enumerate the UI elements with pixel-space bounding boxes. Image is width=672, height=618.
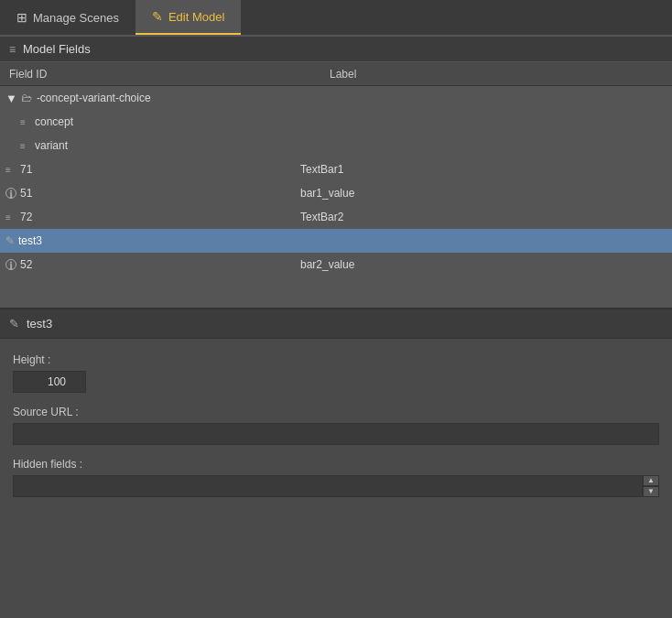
height-label: Height : [13,353,659,366]
height-field-group: Height : [13,353,659,393]
row-field-id: -concept-variant-choice [37,92,320,104]
source-url-input[interactable] [13,423,659,445]
table-row[interactable]: ▼ 🗁 -concept-variant-choice [0,86,672,110]
height-input[interactable] [13,371,86,393]
tab-bar: ⊞ Manage Scenes ✎ Edit Model [0,0,672,37]
hidden-fields-field-group: Hidden fields : ▲ ▼ [13,458,659,497]
tab-manage-scenes[interactable]: ⊞ Manage Scenes [0,0,135,35]
row-field-id: concept [31,115,315,128]
spinner-down-button[interactable]: ▼ [643,486,659,497]
source-url-label: Source URL : [13,406,659,418]
spinner-up-button[interactable]: ▲ [643,475,659,486]
row-label: TextBar1 [300,163,667,176]
list-icon: ≡ [20,141,31,151]
list-icon: ≡ [5,165,16,175]
table-row[interactable]: ✎ test3 [0,229,672,253]
info-icon: ℹ [5,188,16,199]
edit-model-icon: ✎ [152,9,163,24]
row-field-id: 71 [16,163,300,176]
row-field-id: 51 [16,187,300,200]
detail-header: ✎ test3 [0,309,672,339]
row-field-id: variant [31,139,315,152]
folder-icon: 🗁 [21,92,32,104]
info-icon: ℹ [5,259,16,270]
edit-icon: ✎ [5,234,15,247]
row-field-id: 72 [16,211,300,223]
hidden-fields-spinner[interactable]: ▲ ▼ [643,475,659,497]
source-url-field-group: Source URL : [13,406,659,445]
detail-body: Height : Source URL : Hidden fields : ▲ … [0,339,672,512]
tab-edit-model-label: Edit Model [168,10,224,24]
detail-edit-icon: ✎ [9,317,19,331]
triangle-icon: ▼ [5,92,17,105]
table-header: Field ID Label [0,62,672,86]
column-header-label: Label [320,68,672,81]
list-icon: ≡ [20,117,31,127]
column-header-field-id: Field ID [0,68,320,81]
hamburger-icon: ≡ [9,43,16,56]
table-body[interactable]: ▼ 🗁 -concept-variant-choice ≡ concept ≡ … [0,86,672,284]
table-row[interactable]: ℹ 51 bar1_value [0,181,672,205]
row-field-id: 52 [16,258,300,271]
list-icon: ≡ [5,212,16,222]
manage-scenes-icon: ⊞ [16,10,27,25]
row-field-id: test3 [15,234,298,247]
row-label: bar2_value [300,258,667,271]
table-row[interactable]: ≡ 71 TextBar1 [0,157,672,181]
tab-edit-model[interactable]: ✎ Edit Model [135,0,241,35]
table-wrapper: Field ID Label ▼ 🗁 -concept-variant-choi… [0,62,672,309]
table-row[interactable]: ≡ concept [0,110,672,134]
hidden-fields-label: Hidden fields : [13,458,659,471]
row-label: TextBar2 [300,211,667,223]
hidden-fields-select[interactable] [13,475,643,497]
row-label: bar1_value [300,187,667,200]
detail-title: test3 [27,317,52,331]
table-row[interactable]: ≡ variant [0,134,672,157]
table-row[interactable]: ℹ 52 bar2_value [0,253,672,276]
hidden-fields-select-wrapper: ▲ ▼ [13,475,659,497]
table-row[interactable]: ≡ 72 TextBar2 [0,205,672,229]
detail-panel: ✎ test3 Height : Source URL : Hidden fie… [0,309,672,512]
tab-manage-scenes-label: Manage Scenes [33,11,119,25]
model-fields-title: Model Fields [23,42,91,56]
model-fields-header: ≡ Model Fields [0,37,672,62]
